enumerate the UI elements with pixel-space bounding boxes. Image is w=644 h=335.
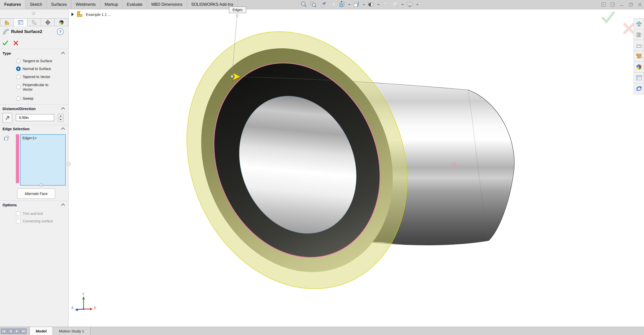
- view-palette-icon[interactable]: [634, 51, 644, 62]
- hide-show-items-icon[interactable]: [382, 1, 390, 8]
- confirmation-corner-cancel-icon[interactable]: [623, 22, 635, 36]
- custom-properties-icon[interactable]: [634, 73, 644, 83]
- tab-dimxpert-manager[interactable]: [41, 18, 55, 26]
- radio-label: Normal to Surface: [23, 66, 51, 71]
- radio-dot-selected[interactable]: [16, 66, 21, 71]
- tab-weldments[interactable]: Weldments: [71, 0, 100, 9]
- radio-normal-to-surface[interactable]: Normal to Surface: [16, 66, 64, 71]
- display-style-icon[interactable]: [367, 1, 375, 8]
- divider: [0, 104, 68, 105]
- edge-selection-listbox[interactable]: Edge<1>: [20, 134, 66, 186]
- checkbox-trim-and-knit[interactable]: Trim and knit: [16, 211, 43, 216]
- distance-collapse-chevron-icon[interactable]: [61, 107, 65, 111]
- solidworks-resources-home-icon[interactable]: [634, 18, 644, 29]
- distance-input[interactable]: [16, 114, 54, 121]
- graphics-viewport[interactable]: Y X Z Example 1.1 ...: [68, 9, 644, 327]
- section-view-icon[interactable]: [329, 1, 336, 8]
- help-button[interactable]: ?: [57, 28, 64, 35]
- tab-mbd-dimensions[interactable]: MBD Dimensions: [147, 0, 187, 9]
- apply-scene-dropdown-caret[interactable]: [348, 4, 351, 5]
- tab-configuration-manager[interactable]: [27, 18, 41, 26]
- tab-sketch[interactable]: Sketch: [26, 0, 47, 9]
- view-settings-icon[interactable]: [406, 1, 414, 8]
- model-3d-view[interactable]: Y X Z: [68, 9, 644, 327]
- selected-edge-item[interactable]: Edge<1>: [22, 136, 63, 140]
- distance-direction-group-header[interactable]: Distance/Direction: [3, 106, 36, 112]
- radio-dot[interactable]: [16, 96, 21, 101]
- minimize-button[interactable]: [619, 2, 625, 8]
- spinner-up-button[interactable]: [58, 114, 63, 118]
- collapse-pane-left-icon[interactable]: [601, 2, 607, 8]
- checkbox-box[interactable]: [16, 211, 21, 216]
- appearances-scenes-icon[interactable]: [634, 62, 644, 73]
- edges-callout: Edges: [229, 7, 246, 13]
- view-orientation-icon[interactable]: [353, 1, 360, 8]
- part-document-icon: [76, 11, 84, 18]
- radio-tapered-to-vector[interactable]: Tapered to Vector: [16, 75, 64, 79]
- edge-selection-group-header[interactable]: Edge Selection: [3, 126, 30, 132]
- design-library-icon[interactable]: [634, 29, 644, 40]
- radio-tangent-to-surface[interactable]: Tangent to Surface: [16, 59, 64, 63]
- panel-splitter-handle[interactable]: [67, 162, 71, 166]
- edit-appearance-dropdown-caret[interactable]: [401, 4, 404, 5]
- solidworks-forum-icon[interactable]: [634, 83, 644, 94]
- cancel-button[interactable]: [13, 40, 19, 47]
- last-frame-button[interactable]: [20, 328, 27, 334]
- tab-feature-manager-tree[interactable]: [0, 18, 14, 26]
- divider: [0, 49, 68, 49]
- apply-scene-icon[interactable]: [338, 1, 346, 8]
- orientation-triad: Y X Z: [71, 292, 96, 311]
- checkbox-connecting-surface[interactable]: Connecting surface: [16, 219, 53, 223]
- collapse-pane-right-icon[interactable]: [610, 2, 616, 8]
- tab-property-manager[interactable]: [14, 18, 27, 26]
- alternate-face-button[interactable]: Alternate Face: [17, 188, 55, 199]
- type-group-header[interactable]: Type: [3, 50, 11, 56]
- options-collapse-chevron-icon[interactable]: [61, 204, 65, 208]
- type-collapse-chevron-icon[interactable]: [61, 52, 65, 56]
- display-style-dropdown-caret[interactable]: [377, 4, 380, 5]
- tree-expand-arrow-icon[interactable]: [71, 13, 74, 16]
- tab-markup[interactable]: Markup: [100, 0, 123, 9]
- checkbox-box[interactable]: [16, 219, 21, 223]
- view-orientation-dropdown-caret[interactable]: [363, 4, 365, 5]
- listbox-resize-handle[interactable]: [40, 183, 43, 187]
- radio-dot[interactable]: [16, 85, 21, 89]
- view-settings-dropdown-caret[interactable]: [416, 4, 419, 5]
- tab-features[interactable]: Features: [0, 0, 26, 9]
- previous-view-icon[interactable]: [319, 1, 327, 8]
- radio-perpendicular-to-vector[interactable]: Perpendicular to Vector: [16, 83, 56, 92]
- confirmation-corner-ok-icon[interactable]: [601, 10, 615, 25]
- triad-y-label: Y: [82, 292, 85, 296]
- down-arrow-icon: [60, 119, 62, 120]
- task-pane: [634, 18, 644, 94]
- ok-button[interactable]: [2, 40, 9, 47]
- radio-label: Tangent to Surface: [23, 59, 52, 63]
- close-button[interactable]: [637, 2, 643, 8]
- flyout-feature-tree[interactable]: Example 1.1 ...: [71, 11, 111, 18]
- tab-display-manager[interactable]: [55, 18, 68, 26]
- tree-item-label[interactable]: Example 1.1 ...: [86, 12, 111, 17]
- edit-appearance-icon[interactable]: [392, 1, 399, 8]
- restore-button[interactable]: [628, 2, 634, 8]
- file-explorer-icon[interactable]: [634, 40, 644, 51]
- tab-surfaces[interactable]: Surfaces: [47, 0, 71, 9]
- tab-model[interactable]: Model: [29, 327, 53, 335]
- radio-dot[interactable]: [16, 59, 21, 63]
- reverse-direction-button[interactable]: [3, 113, 12, 123]
- configuration-manager-icon: [31, 19, 37, 25]
- tab-evaluate[interactable]: Evaluate: [123, 0, 147, 9]
- previous-frame-button[interactable]: [7, 328, 14, 334]
- radio-sweep[interactable]: Sweep: [16, 96, 64, 101]
- zoom-to-area-icon[interactable]: [310, 1, 317, 8]
- next-frame-button[interactable]: [14, 328, 20, 334]
- status-tab-bar: Model Motion Study 1: [0, 327, 644, 335]
- spinner-down-button[interactable]: [58, 118, 63, 122]
- first-frame-button[interactable]: [1, 328, 7, 334]
- options-group-header[interactable]: Options: [3, 202, 17, 208]
- radio-dot[interactable]: [16, 75, 21, 79]
- zoom-to-fit-icon[interactable]: [300, 1, 308, 8]
- panel-grab-handle[interactable]: [32, 12, 35, 15]
- tab-motion-study-1[interactable]: Motion Study 1: [53, 327, 90, 335]
- heads-up-toolbar: [300, 0, 419, 9]
- edge-collapse-chevron-icon[interactable]: [61, 127, 65, 131]
